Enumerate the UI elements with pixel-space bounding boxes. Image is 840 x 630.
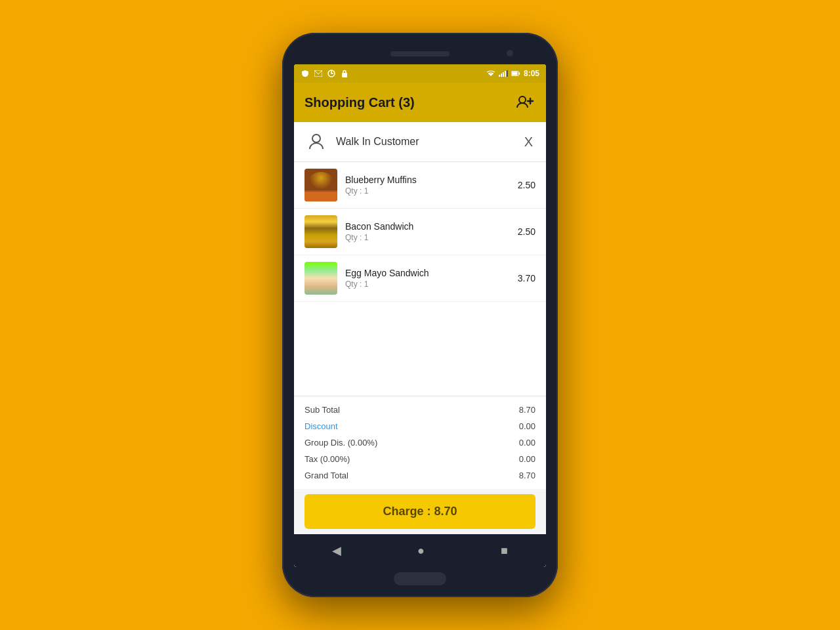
mail-icon bbox=[314, 69, 323, 78]
customer-avatar-icon bbox=[304, 130, 328, 154]
svg-rect-2 bbox=[342, 73, 347, 77]
phone-frame: 8:05 Shopping Cart (3) bbox=[282, 33, 558, 597]
svg-rect-4 bbox=[499, 75, 500, 77]
tax-row: Tax (0.00%) 0.00 bbox=[304, 451, 536, 467]
wifi-icon bbox=[486, 69, 495, 78]
svg-point-15 bbox=[312, 135, 320, 142]
group-dis-label: Group Dis. (0.00%) bbox=[304, 438, 377, 448]
subtotal-label: Sub Total bbox=[304, 405, 340, 415]
home-button[interactable]: ● bbox=[417, 544, 425, 558]
signal-icon bbox=[499, 69, 508, 78]
sync-icon bbox=[327, 69, 336, 78]
status-icons-left bbox=[301, 69, 349, 78]
item-price: 3.70 bbox=[518, 273, 536, 284]
table-row[interactable]: Bacon Sandwich Qty : 1 2.50 bbox=[294, 209, 546, 255]
item-details-egg: Egg Mayo Sandwich Qty : 1 bbox=[345, 268, 518, 289]
discount-label[interactable]: Discount bbox=[304, 421, 338, 431]
group-dis-value: 0.00 bbox=[519, 438, 536, 448]
recent-button[interactable]: ■ bbox=[501, 544, 508, 558]
phone-top bbox=[294, 45, 546, 64]
svg-rect-11 bbox=[518, 72, 520, 75]
svg-rect-5 bbox=[501, 74, 502, 77]
svg-rect-7 bbox=[505, 71, 506, 77]
add-customer-button[interactable] bbox=[514, 92, 536, 113]
customer-name: Walk In Customer bbox=[336, 136, 522, 148]
item-image-muffins bbox=[304, 169, 337, 201]
svg-point-12 bbox=[519, 96, 526, 103]
item-name: Blueberry Muffins bbox=[345, 175, 518, 185]
battery-icon bbox=[511, 69, 520, 78]
grand-total-value: 8.70 bbox=[519, 471, 536, 480]
tax-label: Tax (0.00%) bbox=[304, 454, 350, 464]
item-details-muffins: Blueberry Muffins Qty : 1 bbox=[345, 175, 518, 196]
table-row[interactable]: Blueberry Muffins Qty : 1 2.50 bbox=[294, 162, 546, 209]
item-image-egg bbox=[304, 262, 337, 295]
item-details-bacon: Bacon Sandwich Qty : 1 bbox=[345, 221, 518, 242]
item-image-bacon bbox=[304, 215, 337, 248]
page-title: Shopping Cart (3) bbox=[304, 95, 415, 110]
group-dis-row: Group Dis. (0.00%) 0.00 bbox=[304, 434, 536, 451]
lock-icon bbox=[340, 69, 349, 78]
item-name: Bacon Sandwich bbox=[345, 221, 518, 232]
status-bar: 8:05 bbox=[294, 64, 546, 83]
item-qty: Qty : 1 bbox=[345, 233, 518, 242]
tax-value: 0.00 bbox=[519, 454, 536, 464]
totals-section: Sub Total 8.70 Discount 0.00 Group Dis. … bbox=[294, 396, 546, 489]
item-price: 2.50 bbox=[518, 180, 536, 190]
table-row[interactable]: Egg Mayo Sandwich Qty : 1 3.70 bbox=[294, 255, 546, 302]
item-price: 2.50 bbox=[518, 226, 536, 237]
grand-total-label: Grand Total bbox=[304, 471, 348, 480]
item-qty: Qty : 1 bbox=[345, 280, 518, 289]
charge-button[interactable]: Charge : 8.70 bbox=[304, 494, 536, 529]
grand-total-row: Grand Total 8.70 bbox=[304, 467, 536, 484]
discount-value: 0.00 bbox=[519, 421, 536, 431]
close-customer-button[interactable]: X bbox=[522, 132, 536, 152]
shield-icon bbox=[301, 69, 310, 78]
item-qty: Qty : 1 bbox=[345, 186, 518, 196]
item-name: Egg Mayo Sandwich bbox=[345, 268, 518, 278]
nav-bar: ◀ ● ■ bbox=[294, 534, 546, 567]
subtotal-row: Sub Total 8.70 bbox=[304, 402, 536, 418]
speaker bbox=[390, 51, 450, 56]
svg-rect-8 bbox=[507, 70, 508, 77]
svg-marker-3 bbox=[488, 74, 494, 76]
cart-items-list: Blueberry Muffins Qty : 1 2.50 Bacon San… bbox=[294, 162, 546, 396]
phone-home-bar bbox=[394, 572, 446, 585]
discount-row[interactable]: Discount 0.00 bbox=[304, 418, 536, 434]
status-time: 8:05 bbox=[524, 69, 539, 78]
phone-screen: 8:05 Shopping Cart (3) bbox=[294, 64, 546, 567]
front-camera bbox=[507, 50, 513, 56]
svg-rect-10 bbox=[512, 72, 518, 75]
customer-row: Walk In Customer X bbox=[294, 122, 546, 162]
svg-rect-6 bbox=[503, 72, 504, 77]
back-button[interactable]: ◀ bbox=[332, 543, 341, 558]
app-header: Shopping Cart (3) bbox=[294, 83, 546, 122]
subtotal-value: 8.70 bbox=[519, 405, 536, 415]
status-icons-right: 8:05 bbox=[486, 69, 539, 78]
